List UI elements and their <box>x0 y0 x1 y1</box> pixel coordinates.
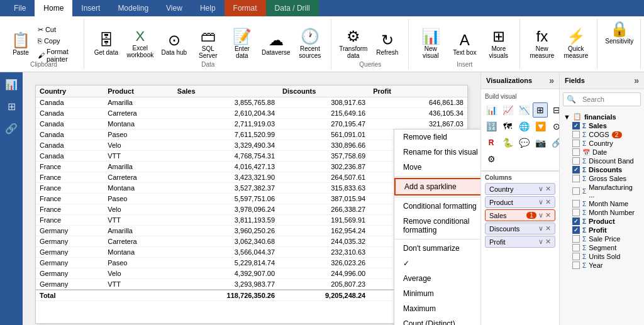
ctx-sparkline-label: Add a sparkline <box>404 182 457 191</box>
field-item-sales[interactable]: ✓ΣSales <box>562 121 641 130</box>
viz-icon-map[interactable]: 🗺 <box>500 119 515 134</box>
tab-help[interactable]: Help <box>191 0 225 16</box>
tab-home[interactable]: Home <box>35 0 72 16</box>
viz-icon-link[interactable]: 🔗 <box>549 135 559 150</box>
viz-icon-matrix[interactable]: ⊟ <box>549 102 559 118</box>
more-visuals-button[interactable]: ⊞ More visuals <box>483 28 514 60</box>
tab-data-drill[interactable]: Data / Drill <box>266 0 319 16</box>
viz-icon-area[interactable]: 📉 <box>516 102 531 118</box>
field-item-year[interactable]: ΣYear <box>562 261 641 270</box>
col-pill-sales[interactable]: Sales 1 ∨ ✕ <box>485 209 555 221</box>
field-item-product[interactable]: ✓ΣProduct <box>562 217 641 226</box>
sensitivity-button[interactable]: 🔒 Sensitivity <box>604 20 635 46</box>
ctx-minimum[interactable]: Minimum <box>394 286 480 301</box>
sidebar-icon-model[interactable]: 🔗 <box>3 120 20 137</box>
col-pill-country[interactable]: Country ∨ ✕ <box>485 183 555 195</box>
excel-button[interactable]: X Excel workbook <box>125 28 156 60</box>
ctx-remove-field[interactable]: Remove field <box>394 129 480 145</box>
field-item-profit[interactable]: ✓ΣProfit <box>562 226 641 234</box>
col-pill-profit-remove[interactable]: ∨ ✕ <box>538 238 551 246</box>
viz-icon-python[interactable]: 🐍 <box>500 135 515 150</box>
viz-icon-funnel[interactable]: 🔽 <box>533 119 548 134</box>
field-item-segment[interactable]: ΣSegment <box>562 243 641 252</box>
quick-measure-button[interactable]: ⚡ Quick measure <box>560 28 592 60</box>
ctx-sum[interactable]: ✓Sum <box>394 256 480 271</box>
col-pill-product-label: Product <box>489 199 513 206</box>
viz-icon-kpi[interactable]: 🔢 <box>484 119 499 134</box>
copy-button[interactable]: ⎘ Copy <box>35 36 79 46</box>
viz-icon-table[interactable]: ⊞ <box>533 102 548 118</box>
viz-icon-camera[interactable]: 📷 <box>533 135 548 150</box>
fields-expand-icon[interactable]: » <box>634 75 639 85</box>
field-item-month-name[interactable]: ΣMonth Name <box>562 199 641 208</box>
recent-sources-label: Recent sources <box>296 45 325 59</box>
field-item-country[interactable]: ΣCountry <box>562 139 641 148</box>
new-measure-button[interactable]: fx New measure <box>526 28 558 60</box>
new-visual-button[interactable]: 📊 New visual <box>415 28 447 60</box>
table-cell: Velo <box>104 268 174 279</box>
field-item-discounts[interactable]: ✓ΣDiscounts <box>562 165 641 174</box>
table-cell: VTT <box>104 279 174 290</box>
enter-data-button[interactable]: 📝 Enter data <box>226 28 258 60</box>
tab-format[interactable]: Format <box>225 0 266 16</box>
fields-search-input[interactable] <box>579 94 644 105</box>
refresh-button[interactable]: ↻ Refresh <box>372 31 403 57</box>
col-pill-country-remove[interactable]: ∨ ✕ <box>538 185 551 193</box>
field-item-cogs[interactable]: ΣCOGS2 <box>562 130 641 139</box>
col-pill-sales-remove[interactable]: ∨ ✕ <box>538 211 551 219</box>
ctx-conditional-format[interactable]: Conditional formatting <box>394 199 480 214</box>
viz-expand-icon[interactable]: » <box>549 75 554 85</box>
tab-file[interactable]: File <box>5 0 35 16</box>
ctx-count-distinct[interactable]: Count (Distinct) <box>394 316 480 325</box>
ctx-maximum[interactable]: Maximum <box>394 301 480 316</box>
ctx-average[interactable]: Average <box>394 271 480 286</box>
table-cell: Montana <box>104 183 174 194</box>
col-pill-discounts-remove[interactable]: ∨ ✕ <box>538 224 551 233</box>
data-hub-button[interactable]: ⊙ Data hub <box>158 31 190 57</box>
col-pill-product[interactable]: Product ∨ ✕ <box>485 196 555 208</box>
dataverse-button[interactable]: ☁ Dataverse <box>260 31 292 57</box>
field-item-gross-sales[interactable]: ΣGross Sales <box>562 174 641 183</box>
field-item-label: Sales <box>589 122 607 129</box>
text-box-button[interactable]: A Text box <box>449 31 480 57</box>
field-group-financials-header[interactable]: ▼ 📋 financials <box>562 112 641 121</box>
viz-icon-filled-map[interactable]: 🌐 <box>516 119 531 134</box>
col-pill-discounts[interactable]: Discounts ∨ ✕ <box>485 223 555 234</box>
ctx-dont-summarize[interactable]: Don't summarize <box>394 241 480 256</box>
cut-button[interactable]: ✂ Cut <box>35 25 79 35</box>
viz-icon-bar[interactable]: 📊 <box>484 102 499 118</box>
col-pill-profit[interactable]: Profit ∨ ✕ <box>485 236 555 248</box>
ctx-move[interactable]: Move <box>394 160 480 175</box>
sidebar-icon-report[interactable]: 📊 <box>3 76 20 93</box>
viz-icon-scatter[interactable]: ⊙ <box>549 119 559 134</box>
sql-button[interactable]: 🗃 SQL Server <box>192 28 224 60</box>
ctx-divider-1 <box>394 176 480 177</box>
viz-icon-qa[interactable]: 💬 <box>516 135 531 150</box>
recent-sources-button[interactable]: 🕐 Recent sources <box>294 28 326 60</box>
viz-icon-line[interactable]: 📈 <box>500 102 515 118</box>
ctx-remove-conditional[interactable]: Remove conditional formatting <box>394 214 480 238</box>
left-sidebar: 📊 ⊞ 🔗 <box>0 72 23 325</box>
tab-modeling[interactable]: Modeling <box>109 0 157 16</box>
field-item-date[interactable]: 📅Date <box>562 148 641 157</box>
tab-view[interactable]: View <box>157 0 191 16</box>
viz-icon-custom[interactable]: ⚙ <box>484 151 499 167</box>
fields-panel-header: Fields » <box>560 72 644 89</box>
viz-icon-r[interactable]: R <box>484 135 499 150</box>
paste-button[interactable]: 📋 Paste <box>9 31 33 57</box>
col-pill-product-remove[interactable]: ∨ ✕ <box>538 198 551 206</box>
table-cell: 205,807.23 <box>279 279 369 290</box>
tab-insert[interactable]: Insert <box>72 0 109 16</box>
transform-button[interactable]: ⚙ Transform data <box>338 28 369 60</box>
field-item-discount-band[interactable]: ΣDiscount Band <box>562 157 641 165</box>
field-item-units-sold[interactable]: ΣUnits Sold <box>562 252 641 261</box>
get-data-button[interactable]: 🗄 Get data <box>91 31 122 57</box>
context-menu: Remove field Rename for this visual Move… <box>394 129 480 325</box>
ctx-add-sparkline[interactable]: Add a sparkline 2 <box>394 178 480 196</box>
ctx-rename[interactable]: Rename for this visual <box>394 145 480 160</box>
field-item-manufacturing----[interactable]: ΣManufacturing ... <box>562 183 641 199</box>
field-item-sale-price[interactable]: ΣSale Price <box>562 234 641 243</box>
field-item-month-number[interactable]: ΣMonth Number <box>562 208 641 217</box>
table-cell: 2,610,204.34 <box>174 108 279 119</box>
sidebar-icon-data[interactable]: ⊞ <box>5 98 18 115</box>
